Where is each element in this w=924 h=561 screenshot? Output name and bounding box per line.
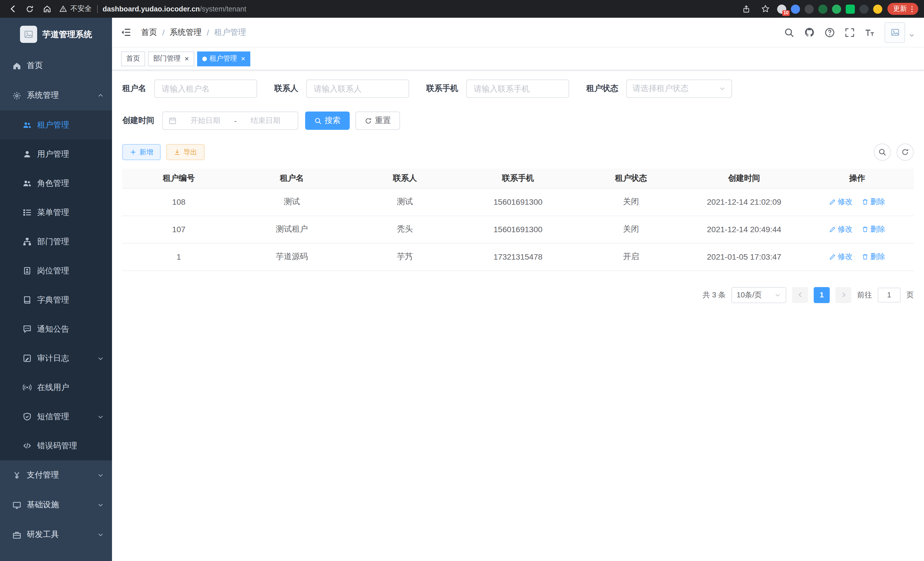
sidebar-item-error-code[interactable]: 错误码管理 [0,431,112,460]
search-icon[interactable] [784,27,794,38]
cell-created: 2021-01-05 17:03:47 [687,243,801,271]
sidebar-item-pay[interactable]: 支付管理 [0,460,112,490]
menu-dots-icon[interactable] [908,5,916,13]
sidebar-item-label: 菜单管理 [37,207,69,218]
extension-icon[interactable] [791,4,800,14]
menu-fold-icon[interactable] [121,27,131,37]
sidebar-item-dept[interactable]: 部门管理 [0,227,112,256]
home-icon[interactable] [40,2,54,16]
table-body: 108测试测试15601691300关闭2021-12-14 21:02:09修… [122,188,914,271]
sidebar-item-label: 在线用户 [37,382,69,393]
tab-home[interactable]: 首页 [121,51,145,66]
extension-icon[interactable]: 10 [777,4,786,14]
chevron-right-icon [840,291,847,299]
update-button[interactable]: 更新 [887,3,918,15]
sidebar-item-label: 租户管理 [37,120,69,130]
refresh-table-button[interactable] [897,144,914,161]
url-path: /system/tenant [200,5,246,13]
sidebar: 芋道管理系统 首页系统管理租户管理用户管理角色管理菜单管理部门管理岗位管理字典管… [0,18,112,561]
delete-link[interactable]: 删除 [862,197,885,207]
sidebar-item-sms[interactable]: 短信管理 [0,402,112,431]
page-size-select[interactable]: 10条/页 [731,287,786,303]
status-select[interactable]: 请选择租户状态 [626,80,732,98]
trash-icon [862,226,868,233]
chevron-up-icon [97,92,104,99]
sidebar-item-home[interactable]: 首页 [0,51,112,81]
calendar-icon [169,117,177,125]
sidebar-item-devtool[interactable]: 研发工具 [0,520,112,550]
tab-dept[interactable]: 部门管理× [148,51,194,66]
create-time-field: 创建时间 开始日期 - 结束日期 [122,111,298,130]
column-header: 联系手机 [461,169,574,188]
sidebar-item-dict[interactable]: 字典管理 [0,285,112,314]
cell-contact: 芋艿 [348,243,461,271]
back-icon[interactable] [6,2,20,16]
tenant-name-input[interactable] [154,80,257,98]
extension-icon[interactable] [846,4,855,14]
app-logo[interactable]: 芋道管理系统 [0,18,112,51]
active-tab-dot [202,56,207,61]
sidebar-item-label: 系统管理 [27,90,59,101]
tab-close-icon[interactable]: × [184,55,189,62]
export-button[interactable]: 导出 [166,144,205,160]
sidebar-item-online-user[interactable]: 在线用户 [0,373,112,402]
sidebar-item-post[interactable]: 岗位管理 [0,256,112,285]
mobile-input[interactable] [466,80,569,98]
sidebar-item-label: 研发工具 [27,529,59,540]
question-icon[interactable] [825,27,835,38]
page-number-1[interactable]: 1 [814,287,830,303]
tab-tenant[interactable]: 租户管理× [197,51,250,66]
sidebar-item-system[interactable]: 系统管理 [0,81,112,110]
extension-icon[interactable] [832,4,841,14]
goto-page-input[interactable] [878,287,901,302]
sidebar-item-audit-log[interactable]: 审计日志 [0,344,112,373]
sidebar-item-notice[interactable]: 通知公告 [0,314,112,344]
sidebar-item-user[interactable]: 用户管理 [0,140,112,169]
breadcrumb-item[interactable]: 系统管理 [170,27,202,38]
edit-link[interactable]: 修改 [829,224,853,235]
font-size-icon[interactable] [865,27,875,38]
create-time-label: 创建时间 [122,116,154,126]
bookmark-star-icon[interactable] [758,2,772,16]
extension-icon[interactable] [873,4,882,14]
cell-status: 关闭 [574,216,688,243]
pagination: 共 3 条 10条/页 1 前往 页 [122,287,914,303]
fullscreen-icon[interactable] [844,27,855,38]
add-button[interactable]: 新增 [122,144,160,160]
next-page-button[interactable] [836,287,851,303]
github-icon[interactable] [804,27,815,38]
sidebar-item-role[interactable]: 角色管理 [0,169,112,198]
edit-link[interactable]: 修改 [829,252,853,262]
chevron-down-icon [909,32,915,38]
start-date-placeholder: 开始日期 [179,116,232,126]
reset-button[interactable]: 重置 [356,111,400,130]
sidebar-item-infra[interactable]: 基础设施 [0,490,112,520]
edit-link[interactable]: 修改 [829,197,853,207]
create-time-range-picker[interactable]: 开始日期 - 结束日期 [162,111,298,130]
search-button[interactable]: 搜索 [305,111,350,130]
show-search-button[interactable] [874,144,891,161]
tab-close-icon[interactable]: × [241,55,245,62]
search-button-label: 搜索 [325,116,340,126]
cell-mobile: 15601691300 [461,188,574,216]
url-text: dashboard.yudao.iocoder.cn/system/tenant [97,5,246,13]
sidebar-item-menu[interactable]: 菜单管理 [0,198,112,227]
delete-link[interactable]: 删除 [862,252,885,262]
share-icon[interactable] [740,2,753,16]
extension-icon[interactable] [818,4,827,14]
chevron-down-icon [719,85,726,92]
reload-icon[interactable] [23,2,37,16]
extension-icon[interactable] [805,4,814,14]
prev-page-button[interactable] [792,287,808,303]
page-content: 租户名 联系人 联系手机 租户状态 请选择租户状态 [112,70,924,561]
broken-image-icon [885,22,905,43]
breadcrumb-item: 租户管理 [214,27,246,38]
address-bar[interactable]: 不安全 dashboard.yudao.iocoder.cn/system/te… [59,4,736,14]
sidebar-item-tenant[interactable]: 租户管理 [0,110,112,140]
contact-input[interactable] [306,80,409,98]
delete-link[interactable]: 删除 [862,224,885,235]
edit-label: 修改 [838,197,853,207]
user-avatar[interactable] [885,22,915,43]
breadcrumb-item[interactable]: 首页 [141,27,157,38]
extension-icon[interactable] [860,4,868,14]
